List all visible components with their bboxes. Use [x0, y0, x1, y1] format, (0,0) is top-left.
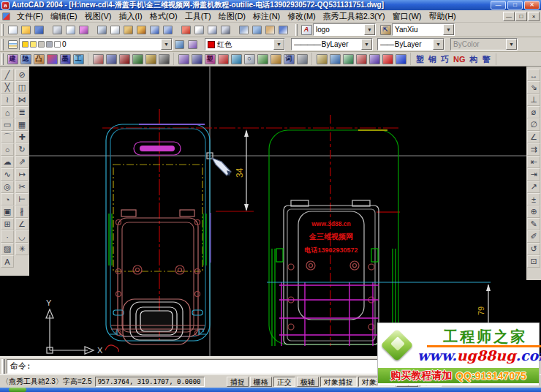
point-icon[interactable]: · [1, 230, 14, 243]
ellipse-icon[interactable]: ◎ [1, 181, 14, 193]
linetype-combo[interactable]: ———— ByLayer ▼ [291, 38, 373, 50]
yanxiu-gou-button[interactable]: 构 [468, 53, 480, 65]
toolbar-match-properties-button[interactable] [135, 23, 148, 36]
yanxiu-draft-tool-6-button[interactable] [381, 53, 394, 65]
toolbar-grip[interactable] [1, 24, 4, 36]
hatch-icon[interactable]: ▨ [1, 243, 14, 255]
yanxiu-draft-tool-5-button[interactable] [368, 53, 381, 65]
yanxiu-block-tool-2-button[interactable] [105, 53, 118, 65]
yanxiu-jian-button[interactable]: 建 [6, 53, 19, 65]
text-style-combo[interactable]: logo ▼ [313, 23, 376, 36]
quick-dimension-icon[interactable]: ⇉ [527, 143, 540, 156]
chevron-down-icon[interactable]: ▼ [364, 24, 375, 35]
menu-tools[interactable]: 工具(T) [181, 10, 215, 23]
dim-style-combo[interactable]: YanXiu ▼ [392, 23, 455, 36]
mtext-icon[interactable]: A [1, 255, 14, 268]
aligned-dimension-icon[interactable]: ⇘ [527, 81, 540, 94]
close-button[interactable]: ✕ [524, 1, 540, 10]
arc-icon[interactable]: ⌒ [1, 131, 14, 143]
yanxiu-rainbow-button[interactable] [45, 53, 58, 65]
menu-yanxiu-toolbox[interactable]: 燕秀工具箱2.3(Y) [319, 10, 389, 23]
toolbar-redo-button[interactable] [161, 23, 174, 36]
dimension-style-icon[interactable]: ⊡ [527, 255, 540, 268]
dim-style-manager-button[interactable]: ⇱ [379, 23, 392, 36]
chevron-down-icon[interactable]: ▼ [361, 39, 372, 50]
chevron-down-icon[interactable]: ▼ [161, 39, 172, 50]
toolbar-zoom-window-button[interactable] [205, 23, 219, 36]
toolbar-zoom-realtime-button[interactable] [192, 23, 205, 36]
toolbar-undo-button[interactable] [148, 23, 161, 36]
revision-cloud-icon[interactable]: ☁ [1, 156, 14, 168]
insert-block-icon[interactable]: ▣ [1, 206, 14, 218]
toolbar-paste-button[interactable] [121, 23, 135, 36]
yanxiu-draft-tool-2-button[interactable] [328, 53, 341, 65]
make-block-icon[interactable]: ⊞ [1, 218, 14, 230]
yanxiu-draft-tool-4-button[interactable] [355, 53, 368, 65]
continue-dimension-icon[interactable]: ⇥ [527, 168, 540, 181]
tolerance-icon[interactable]: ± [527, 193, 540, 206]
copy-object-icon[interactable]: ◫ [15, 81, 29, 94]
toolbar-pan-button[interactable] [179, 23, 192, 36]
yanxiu-mold-tool-10-button[interactable] [295, 53, 309, 65]
toggle-snap[interactable]: 捕捉 [227, 377, 249, 387]
yanxiu-tu-button[interactable]: 凸 [32, 53, 45, 65]
toolbar-grip[interactable] [1, 39, 4, 50]
dimension-text-edit-icon[interactable]: ✐ [527, 230, 540, 243]
line-icon[interactable]: ╱ [1, 69, 14, 81]
yanxiu-mold-tool-3-button[interactable]: 塑 [203, 53, 216, 65]
yanxiu-qiao-button[interactable]: 巧 [439, 53, 451, 65]
toolbar-open-button[interactable] [19, 23, 32, 36]
trim-icon[interactable]: ✂ [15, 181, 29, 193]
toggle-polar[interactable]: 极轴 [297, 377, 319, 387]
toolbar-help-button[interactable] [276, 23, 290, 36]
rotate-icon[interactable]: ↻ [15, 143, 29, 156]
maximize-button[interactable]: □ [507, 1, 523, 10]
toolbar-plot-button[interactable] [50, 23, 64, 36]
menu-window[interactable]: 窗口(W) [389, 10, 425, 23]
explode-icon[interactable]: ✳ [15, 243, 29, 255]
yanxiu-su-button[interactable]: 塑 [414, 53, 426, 65]
drawing-canvas[interactable]: 34 [29, 67, 527, 356]
spline-icon[interactable]: ∿ [1, 168, 14, 181]
layer-combo[interactable]: 0 ▼ [19, 38, 173, 50]
menu-insert[interactable]: 插入(I) [115, 10, 145, 23]
toolbar-cut-button[interactable] [95, 23, 108, 36]
yanxiu-mold-tool-5-button[interactable] [230, 53, 243, 65]
menu-help[interactable]: 帮助(H) [425, 10, 459, 23]
menu-edit[interactable]: 编辑(E) [47, 10, 81, 23]
rectangle-icon[interactable]: ▭ [1, 118, 14, 131]
menu-file[interactable]: 文件(F) [13, 10, 47, 23]
circle-icon[interactable]: ○ [1, 143, 14, 156]
yanxiu-yin-button[interactable]: 隐 [19, 53, 32, 65]
mirror-icon[interactable]: ⋈ [15, 94, 29, 106]
yanxiu-jing-button[interactable]: 警 [480, 53, 493, 65]
menu-dimension[interactable]: 标注(N) [249, 10, 284, 23]
yanxiu-mold-tool-7-button[interactable] [256, 53, 269, 65]
make-layer-current-button[interactable] [173, 38, 186, 50]
layer-previous-button[interactable] [186, 38, 199, 50]
yanxiu-block-tool-1-button[interactable] [91, 53, 105, 65]
yanxiu-gong-button[interactable]: 工 [72, 53, 85, 65]
extend-icon[interactable]: ⊢ [15, 193, 29, 206]
toolbar-spelling-button[interactable] [77, 23, 90, 36]
yanxiu-mo-button[interactable]: 墨 [58, 53, 72, 65]
yanxiu-mold-tool-6-button[interactable]: ○ [243, 53, 256, 65]
toolbar-copy-button[interactable] [108, 23, 121, 36]
mdi-close-button[interactable]: × [528, 12, 540, 21]
lineweight-combo[interactable]: —— ByLayer ▼ [377, 38, 444, 50]
angular-dimension-icon[interactable]: ∠ [527, 131, 540, 143]
center-mark-icon[interactable]: ⊕ [527, 206, 540, 218]
yanxiu-mold-tool-8-button[interactable] [269, 53, 282, 65]
toolbar-designcenter-button[interactable] [263, 23, 276, 36]
yanxiu-block-tool-4-button[interactable] [131, 53, 144, 65]
break-icon[interactable]: ∦ [15, 206, 29, 218]
toggle-osnap[interactable]: 对象捕捉 [320, 377, 357, 387]
yanxiu-block-tool-6-button[interactable] [157, 53, 170, 65]
layer-manager-button[interactable] [6, 38, 19, 50]
start-button[interactable] [9, 388, 26, 392]
text-style-manager-button[interactable]: A [300, 23, 313, 36]
color-combo[interactable]: 红色 ▼ [205, 38, 285, 50]
command-splitter[interactable] [1, 359, 5, 374]
scale-icon[interactable]: ⇗ [15, 156, 29, 168]
polygon-icon[interactable]: ⌂ [1, 106, 14, 118]
